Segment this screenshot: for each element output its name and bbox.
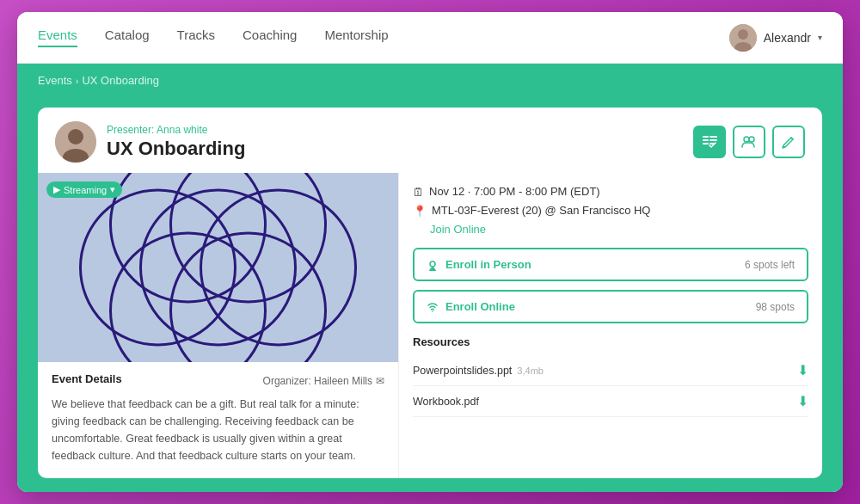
avatar (729, 24, 757, 52)
svg-rect-6 (703, 136, 709, 138)
card-header: Presenter: Anna white UX Onboarding (38, 108, 822, 173)
location-icon: 📍 (413, 205, 427, 218)
svg-rect-15 (38, 173, 398, 362)
resources-section: Resources Powerpointslides.ppt 3,4mb ⬇ (413, 335, 808, 417)
event-image: ▶ Streaming ▾ (38, 173, 398, 362)
svg-point-24 (432, 310, 433, 312)
presenter-avatar (55, 121, 96, 163)
streaming-label: Streaming (64, 185, 107, 195)
nav-item-coaching[interactable]: Coaching (243, 28, 297, 47)
event-details-title: Event Details (52, 372, 122, 385)
nav-item-mentorship[interactable]: Mentorship (324, 28, 388, 47)
left-panel: ▶ Streaming ▾ (38, 173, 399, 478)
card-actions (693, 126, 805, 158)
streaming-badge: ▶ Streaming ▾ (46, 181, 122, 198)
presenter-info: Presenter: Anna white UX Onboarding (55, 121, 245, 163)
calendar-icon: 🗓 (413, 186, 424, 199)
svg-point-12 (744, 137, 749, 142)
breadcrumb: Events › UX Onboarding (38, 74, 822, 87)
enroll-in-person-label: Enroll in Person (445, 258, 531, 271)
event-meta: 🗓 Nov 12 · 7:00 PM - 8:00 PM (EDT) 📍 MTL… (413, 185, 808, 236)
svg-point-4 (68, 129, 83, 144)
enroll-online-label-group: Enroll Online (427, 300, 515, 313)
svg-rect-14 (783, 146, 785, 147)
card-body: ▶ Streaming ▾ (38, 173, 822, 478)
nav-item-catalog[interactable]: Catalog (105, 28, 150, 47)
event-details-section: Event Details Organizer: Haileen Mills ✉… (38, 362, 398, 475)
resource-name-pdf: Workbook.pdf (413, 396, 479, 408)
green-band: Events › UX Onboarding (17, 64, 843, 108)
wifi-icon (427, 301, 439, 313)
resource-left-ppt: Powerpointslides.ppt 3,4mb (413, 365, 544, 377)
pin-icon (427, 259, 439, 271)
streaming-chevron: ▾ (110, 184, 115, 195)
main-card: Presenter: Anna white UX Onboarding (38, 108, 822, 478)
organizer-label: Organizer: Haileen Mills (263, 375, 372, 387)
download-icon-ppt[interactable]: ⬇ (797, 362, 808, 378)
checklist-button[interactable] (693, 126, 726, 158)
enroll-in-person-spots: 6 spots left (745, 259, 795, 271)
presenter-text: Presenter: Anna white UX Onboarding (107, 124, 245, 160)
top-nav: Events Catalog Tracks Coaching Mentorshi… (17, 12, 843, 64)
resource-size-ppt: 3,4mb (517, 366, 544, 376)
enroll-in-person-button[interactable]: Enroll in Person 6 spots left (413, 248, 808, 281)
breadcrumb-separator: › (76, 76, 79, 86)
resource-name-ppt: Powerpointslides.ppt (413, 365, 512, 377)
svg-point-23 (430, 261, 435, 267)
edit-button[interactable] (772, 126, 805, 158)
location-text: MTL-03F-Everest (20) @ San Francisco HQ (432, 204, 650, 217)
date-time-line: 🗓 Nov 12 · 7:00 PM - 8:00 PM (EDT) (413, 185, 808, 199)
details-header: Event Details Organizer: Haileen Mills ✉ (52, 372, 384, 389)
content-area: Events › UX Onboarding (17, 64, 843, 492)
resource-item-ppt: Powerpointslides.ppt 3,4mb ⬇ (413, 355, 808, 386)
envelope-icon: ✉ (376, 375, 384, 387)
event-title: UX Onboarding (107, 138, 245, 160)
event-description: We believe that feedback can be a gift. … (52, 396, 384, 464)
nav-item-tracks[interactable]: Tracks (177, 28, 215, 47)
resource-item-pdf: Workbook.pdf ⬇ (413, 386, 808, 417)
presenter-label: Presenter: Anna white (107, 124, 245, 136)
join-online-link[interactable]: Join Online (430, 223, 808, 236)
nav-item-events[interactable]: Events (38, 28, 77, 47)
date-time-text: Nov 12 · 7:00 PM - 8:00 PM (EDT) (429, 185, 600, 198)
enroll-online-button[interactable]: Enroll Online 98 spots (413, 290, 808, 323)
user-menu[interactable]: Alexandr ▾ (729, 24, 822, 52)
location-line: 📍 MTL-03F-Everest (20) @ San Francisco H… (413, 204, 808, 218)
resources-title: Resources (413, 335, 808, 348)
app-window: Events Catalog Tracks Coaching Mentorshi… (17, 12, 843, 492)
enroll-online-label: Enroll Online (445, 300, 515, 313)
user-name: Alexandr (764, 31, 811, 45)
breadcrumb-current: UX Onboarding (82, 74, 159, 87)
enroll-online-spots: 98 spots (756, 301, 795, 313)
enroll-in-person-label-group: Enroll in Person (427, 258, 531, 271)
chevron-down-icon: ▾ (818, 33, 822, 42)
svg-point-13 (749, 137, 754, 142)
people-button[interactable] (733, 126, 765, 158)
svg-rect-7 (703, 139, 709, 141)
organizer-line: Organizer: Haileen Mills ✉ (263, 375, 384, 387)
nav-items: Events Catalog Tracks Coaching Mentorshi… (38, 28, 729, 47)
download-icon-pdf[interactable]: ⬇ (797, 393, 808, 409)
right-panel: 🗓 Nov 12 · 7:00 PM - 8:00 PM (EDT) 📍 MTL… (399, 173, 822, 478)
breadcrumb-parent[interactable]: Events (38, 74, 72, 87)
svg-point-1 (738, 29, 748, 40)
resource-left-pdf: Workbook.pdf (413, 396, 479, 408)
card-area: Presenter: Anna white UX Onboarding (17, 108, 843, 492)
svg-rect-8 (703, 143, 709, 144)
streaming-icon: ▶ (53, 184, 60, 195)
